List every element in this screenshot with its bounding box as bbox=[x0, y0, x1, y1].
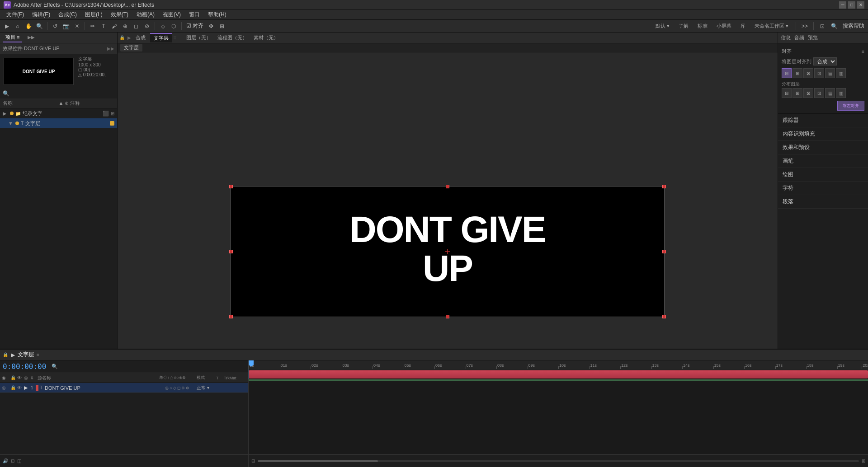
handle-bot-right[interactable] bbox=[662, 315, 666, 318]
handle-bot-left[interactable] bbox=[229, 315, 233, 318]
tool-clone[interactable]: ⊕ bbox=[120, 21, 130, 31]
tl-row-lock-btn[interactable]: 🔒 bbox=[10, 385, 16, 390]
tl-bottom-btn2[interactable]: ⊡ bbox=[11, 458, 14, 463]
tl-zoom-handle[interactable] bbox=[258, 460, 378, 462]
align-vcenter-btn[interactable]: ▤ bbox=[825, 68, 835, 78]
dist-vcenter-btn[interactable]: ▤ bbox=[825, 88, 835, 98]
workspace-unnamed[interactable]: 未命名工作区 ▾ bbox=[751, 22, 792, 30]
menu-composition[interactable]: 合成(C) bbox=[55, 10, 80, 19]
maximize-button[interactable]: □ bbox=[848, 1, 855, 9]
dist-left-btn[interactable]: ⊟ bbox=[782, 88, 792, 98]
tool-extra2[interactable]: ⊞ bbox=[217, 21, 227, 31]
menu-animation[interactable]: 动画(A) bbox=[133, 10, 158, 19]
tl-search-icon[interactable]: 🔍 bbox=[52, 364, 58, 369]
dist-hcenter-btn[interactable]: ⊞ bbox=[793, 88, 802, 98]
tab-project[interactable]: 项目 ≡ bbox=[3, 33, 22, 42]
right-item-effects[interactable]: 效果和预设 bbox=[778, 141, 868, 154]
align-to-select[interactable]: 合成 图层 bbox=[813, 57, 837, 65]
tab-audio[interactable]: 音频 bbox=[794, 34, 804, 41]
panel-menu-icon[interactable]: ▶▶ bbox=[28, 35, 34, 41]
close-button[interactable]: ✕ bbox=[857, 1, 864, 9]
workspace-small[interactable]: 小屏幕 bbox=[713, 22, 735, 30]
tl-bottom-track-btn1[interactable]: ⊟ bbox=[251, 458, 255, 463]
tl-row-vis-btn[interactable]: 👁 bbox=[17, 385, 23, 390]
align-bottom-btn[interactable]: ▥ bbox=[836, 68, 846, 78]
search-help[interactable]: 🔍 bbox=[829, 21, 839, 31]
sw6[interactable]: ⊗ bbox=[186, 386, 189, 390]
align-right-btn[interactable]: ⊠ bbox=[803, 68, 813, 78]
handle-bot-center[interactable] bbox=[446, 315, 449, 318]
right-item-paragraph[interactable]: 段落 bbox=[778, 195, 868, 209]
menu-window[interactable]: 窗口 bbox=[185, 10, 203, 19]
window-controls[interactable]: ─ □ ✕ bbox=[839, 1, 864, 9]
right-item-content-aware[interactable]: 内容识别填充 bbox=[778, 127, 868, 141]
layer-item-folder[interactable]: ▶ 📁 纪录文字 ⬛ ⊞ bbox=[0, 108, 117, 118]
sw3[interactable]: ◇ bbox=[173, 386, 176, 390]
align-top-btn[interactable]: ⊡ bbox=[814, 68, 824, 78]
handle-top-center[interactable] bbox=[446, 185, 449, 188]
tool-pen[interactable]: ✏ bbox=[88, 21, 98, 31]
menu-file[interactable]: 文件(F) bbox=[3, 10, 28, 19]
align-menu-icon[interactable]: ≡ bbox=[862, 49, 864, 54]
tl-lock-icon[interactable]: 🔒 bbox=[3, 352, 8, 357]
tool-light[interactable]: ☀ bbox=[72, 21, 82, 31]
layer-item-textlayer[interactable]: ▼ T 文字层 bbox=[0, 118, 117, 128]
align-extra-highlighted[interactable]: 靠左对齐 bbox=[837, 101, 864, 111]
tab-text-layer[interactable]: 文字层 bbox=[150, 33, 172, 42]
align-hcenter-btn[interactable]: ⊞ bbox=[793, 68, 802, 78]
tool-extra1[interactable]: ✤ bbox=[206, 21, 216, 31]
tl-comp-menu[interactable]: ≡ bbox=[37, 352, 39, 357]
tab-effect-controls[interactable]: 效果控件 DONT GIVE UP bbox=[3, 45, 60, 52]
tl-row-expand-btn[interactable]: ▶ bbox=[24, 385, 29, 391]
dist-right-btn[interactable]: ⊠ bbox=[803, 88, 813, 98]
tl-row-solo-btn[interactable]: ◎ bbox=[2, 385, 9, 390]
tool-zoom[interactable]: 🔍 bbox=[34, 21, 44, 31]
menu-help[interactable]: 帮助(H) bbox=[204, 10, 230, 19]
tool-brush[interactable]: 🖌 bbox=[109, 21, 119, 31]
tl-bottom-btn1[interactable]: 🔊 bbox=[3, 458, 8, 463]
tab-composition[interactable]: 合成 bbox=[132, 33, 149, 42]
tool-hand[interactable]: ✋ bbox=[24, 21, 33, 31]
tool-rotate[interactable]: ↺ bbox=[50, 21, 60, 31]
menu-effect[interactable]: 效果(T) bbox=[107, 10, 132, 19]
menu-layer[interactable]: 图层(L) bbox=[81, 10, 106, 19]
menu-edit[interactable]: 编辑(E) bbox=[28, 10, 54, 19]
tool-select[interactable]: ▶ bbox=[2, 21, 12, 31]
align-left-btn[interactable]: ⊟ bbox=[782, 68, 792, 78]
tl-bottom-track-btn2[interactable]: ⊞ bbox=[862, 458, 865, 463]
sw4[interactable]: ◻ bbox=[177, 386, 180, 390]
tl-expand-icon[interactable]: ▶ bbox=[11, 352, 15, 358]
tool-puppet[interactable]: ⊘ bbox=[142, 21, 152, 31]
right-item-brushes[interactable]: 画笔 bbox=[778, 154, 868, 168]
right-item-tracker[interactable]: 跟踪器 bbox=[778, 114, 868, 127]
tool-text[interactable]: T bbox=[99, 21, 108, 31]
workspace-menu[interactable]: >> bbox=[800, 21, 810, 31]
tab-info[interactable]: 信息 bbox=[781, 34, 791, 41]
dist-top-btn[interactable]: ⊡ bbox=[814, 88, 824, 98]
text-layer-btn[interactable]: 文字层 bbox=[120, 44, 142, 51]
tool-home[interactable]: ⌂ bbox=[13, 21, 23, 31]
tool-bezier[interactable]: ⬡ bbox=[169, 21, 179, 31]
handle-top-right[interactable] bbox=[662, 185, 666, 188]
tl-time-display[interactable]: 0:00:00:00 bbox=[3, 362, 46, 371]
tab-preview[interactable]: 预览 bbox=[808, 34, 818, 41]
workspace-lib[interactable]: 库 bbox=[737, 22, 749, 30]
switch-monitor[interactable]: ⊡ bbox=[817, 21, 827, 31]
sw2[interactable]: ○ bbox=[170, 386, 172, 390]
sw5[interactable]: ⊕ bbox=[181, 386, 185, 390]
panel-expand-icon[interactable]: ▶▶ bbox=[107, 46, 114, 51]
workspace-learn[interactable]: 了解 bbox=[675, 22, 692, 30]
workspace-default[interactable]: 默认 ▾ bbox=[652, 22, 673, 30]
tool-shape[interactable]: ◇ bbox=[158, 21, 168, 31]
tl-layer-row-1[interactable]: ◎ 🔒 👁 ▶ 1 T DONT GIVE UP ◎ ○ ◇ ◻ ⊕ ⊗ 正常 … bbox=[0, 383, 248, 393]
tl-bottom-btn3[interactable]: ◫ bbox=[17, 458, 21, 463]
menu-view[interactable]: 视图(V) bbox=[159, 10, 184, 19]
workspace-standard[interactable]: 标准 bbox=[694, 22, 711, 30]
right-item-paint[interactable]: 绘图 bbox=[778, 168, 868, 182]
tl-clip-text-layer[interactable] bbox=[249, 370, 868, 378]
handle-top-left[interactable] bbox=[229, 185, 233, 188]
minimize-button[interactable]: ─ bbox=[839, 1, 846, 9]
right-item-character[interactable]: 字符 bbox=[778, 182, 868, 195]
tool-eraser[interactable]: ◻ bbox=[131, 21, 141, 31]
dist-bottom-btn[interactable]: ▥ bbox=[836, 88, 846, 98]
